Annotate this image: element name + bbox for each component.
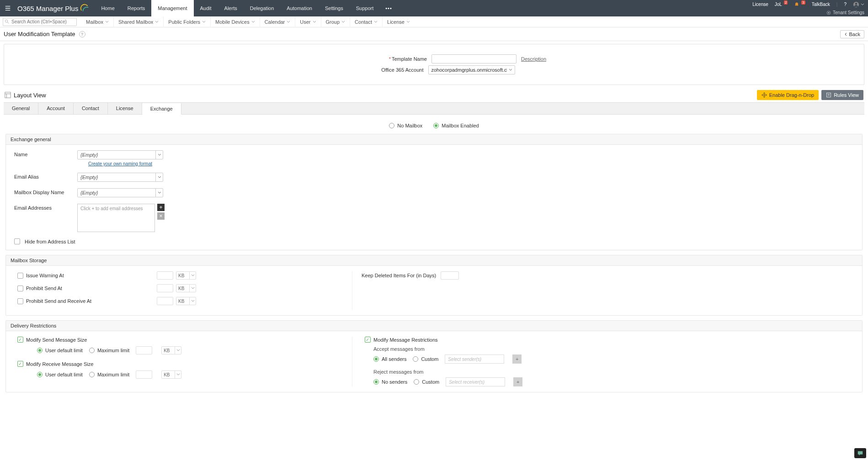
modify-restrictions-checkbox[interactable] (365, 337, 371, 343)
modify-send-size-checkbox[interactable] (17, 337, 23, 343)
svg-point-4 (5, 20, 8, 22)
nav-audit[interactable]: Audit (194, 0, 218, 16)
template-name-input[interactable] (431, 54, 517, 63)
svg-point-1 (855, 3, 857, 5)
tab-bar: General Account Contact License Exchange (4, 102, 864, 115)
hide-address-list-checkbox[interactable] (14, 238, 20, 244)
email-alias-select[interactable]: {Empty} (77, 173, 163, 182)
send-max-limit-radio[interactable]: Maximum limit (89, 348, 129, 353)
issue-warning-input[interactable] (157, 271, 173, 280)
svg-rect-6 (827, 93, 831, 97)
reject-from-label: Reject messages from (373, 369, 854, 375)
nav-delegation[interactable]: Delegation (244, 0, 281, 16)
tab-contact[interactable]: Contact (74, 103, 108, 114)
subnav-group[interactable]: Group (321, 16, 351, 27)
subnav-mailbox[interactable]: Mailbox (81, 16, 114, 27)
nav-settings[interactable]: Settings (319, 0, 350, 16)
profile-icon[interactable] (853, 1, 864, 8)
o365-account-label: Office 365 Account (319, 67, 428, 73)
send-max-limit-input[interactable] (136, 346, 152, 354)
subnav-public-folders[interactable]: Public Folders (164, 16, 211, 27)
prohibit-send-unit[interactable]: KB (176, 284, 196, 292)
nav-alerts[interactable]: Alerts (218, 0, 244, 16)
email-alias-label: Email Alias (14, 173, 77, 180)
issue-warning-checkbox[interactable] (17, 273, 23, 279)
talkback-link[interactable]: TalkBack (812, 2, 830, 7)
tab-account[interactable]: Account (38, 103, 74, 114)
nav-management[interactable]: Management (151, 0, 193, 16)
section-header-delivery: Delivery Restrictions (6, 321, 862, 331)
recv-max-limit-input[interactable] (136, 370, 152, 379)
modify-recv-size-label: Modify Receive Message Size (26, 361, 93, 367)
mailbox-display-name-select[interactable]: {Empty} (77, 188, 163, 197)
help-icon[interactable]: ? (844, 2, 847, 7)
user-menu[interactable]: JoL2 (775, 2, 788, 7)
search-action[interactable] (3, 18, 77, 26)
nav-reports[interactable]: Reports (121, 0, 152, 16)
top-nav: Home Reports Management Audit Alerts Del… (95, 0, 397, 16)
accept-sender-select[interactable]: Select sender(s) (445, 354, 504, 364)
recv-user-default-radio[interactable]: User default limit (37, 372, 83, 377)
product-logo: O365 Manager Plus (16, 0, 95, 16)
name-select[interactable]: {Empty} (77, 150, 163, 159)
email-addresses-box[interactable]: Click + to add email addresses (77, 204, 155, 232)
reject-custom-radio[interactable]: Custom (414, 379, 439, 385)
prohibit-send-input[interactable] (157, 284, 173, 292)
reject-receiver-select[interactable]: Select receiver(s) (446, 377, 505, 386)
subnav-user[interactable]: User (295, 16, 321, 27)
subnav-shared-mailbox[interactable]: Shared Mailbox (114, 16, 164, 27)
search-action-input[interactable] (3, 18, 77, 26)
modify-restrictions-label: Modify Message Restrictions (373, 337, 438, 343)
send-max-unit[interactable]: KB (161, 346, 181, 354)
subnav-license[interactable]: License (383, 16, 415, 27)
accept-add-button[interactable]: + (512, 354, 522, 364)
name-label: Name (14, 150, 77, 157)
nav-home[interactable]: Home (95, 0, 121, 16)
tab-license[interactable]: License (108, 103, 142, 114)
keep-deleted-input[interactable] (441, 271, 459, 280)
section-header-exchange-general: Exchange general (6, 134, 862, 145)
prohibit-send-checkbox[interactable] (17, 286, 23, 291)
prohibit-sr-unit[interactable]: KB (176, 297, 196, 305)
description-link[interactable]: Description (521, 56, 546, 62)
subnav-mobile-devices[interactable]: Mobile Devices (211, 16, 260, 27)
radio-no-mailbox[interactable]: No Mailbox (389, 123, 422, 128)
prohibit-sr-checkbox[interactable] (17, 298, 23, 304)
email-addresses-label: Email Addresses (14, 204, 77, 211)
rules-view-button[interactable]: Rules View (821, 90, 863, 100)
o365-account-select[interactable]: zohocorpadmgrplus.onmicrosoft.com (428, 65, 515, 74)
tenant-settings[interactable]: Tenant Settings (826, 9, 868, 16)
tab-exchange[interactable]: Exchange (142, 103, 181, 115)
subnav-calendar[interactable]: Calendar (260, 16, 296, 27)
enable-drag-drop-button[interactable]: Enable Drag-n-Drop (757, 90, 819, 100)
back-button[interactable]: Back (840, 30, 864, 38)
add-email-button[interactable]: + (157, 204, 165, 211)
keep-deleted-label: Keep Deleted Items For (in Days) (362, 273, 436, 278)
notifications-icon[interactable]: 3 (794, 2, 805, 7)
tab-general[interactable]: General (4, 103, 38, 114)
template-header: *Template Name Description Office 365 Ac… (4, 44, 864, 85)
accept-custom-radio[interactable]: Custom (413, 356, 438, 362)
required-marker: * (389, 56, 391, 62)
license-link[interactable]: License (752, 2, 768, 7)
layout-view-title: Layout View (5, 92, 46, 99)
prohibit-sr-input[interactable] (157, 297, 173, 305)
send-user-default-radio[interactable]: User default limit (37, 348, 83, 353)
hamburger-menu[interactable] (0, 0, 16, 16)
issue-warning-label: Issue Warning At (26, 273, 157, 278)
reject-no-senders-radio[interactable]: No senders (373, 379, 407, 385)
hide-address-list-label: Hide from Address List (25, 239, 75, 244)
radio-mailbox-enabled[interactable]: Mailbox Enabled (433, 123, 479, 128)
modify-recv-size-checkbox[interactable] (17, 361, 23, 367)
naming-format-link[interactable]: Create your own naming format (77, 161, 163, 166)
recv-max-unit[interactable]: KB (161, 370, 181, 379)
issue-warning-unit[interactable]: KB (176, 271, 196, 280)
help-icon[interactable]: ? (79, 31, 85, 37)
nav-automation[interactable]: Automation (280, 0, 319, 16)
nav-support[interactable]: Support (350, 0, 380, 16)
nav-more[interactable]: ••• (380, 0, 398, 16)
subnav-contact[interactable]: Contact (350, 16, 383, 27)
recv-max-limit-radio[interactable]: Maximum limit (89, 372, 129, 377)
reject-add-button[interactable]: + (513, 377, 522, 386)
accept-all-senders-radio[interactable]: All senders (373, 356, 406, 362)
